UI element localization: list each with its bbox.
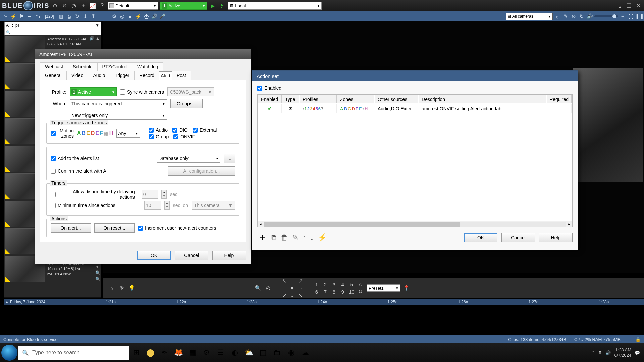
add-icon[interactable]: ＋ [79, 2, 87, 9]
explorer-icon[interactable]: 🗀 [270, 346, 284, 359]
col-other[interactable]: Other sources [375, 95, 418, 103]
ok-button[interactable]: OK [137, 251, 171, 260]
tab-schedule[interactable]: Schedule [68, 62, 97, 71]
add-alerts-checkbox[interactable]: Add to the alerts list [51, 156, 99, 161]
ptz-pad[interactable]: ↖↑↗ ←■→ ↙↓↘ [280, 277, 304, 299]
rec-icon[interactable]: ● [127, 14, 133, 19]
shield-icon[interactable]: ⛨ [218, 3, 226, 9]
duplicate-icon[interactable]: ⧉ [271, 233, 277, 242]
zoom-icon[interactable]: 🔍 [95, 277, 100, 281]
bolt-icon[interactable]: ⚡ [10, 13, 17, 19]
tab-post[interactable]: Post [172, 71, 191, 80]
help-button[interactable]: Help [539, 233, 573, 242]
target-icon[interactable]: ◎ [119, 13, 125, 19]
test-icon[interactable]: ⚡ [318, 233, 327, 242]
confirm-ai-checkbox[interactable]: Confirm the alert with AI [51, 168, 108, 174]
tab-general[interactable]: General [40, 71, 67, 80]
app3-icon[interactable]: ◫ [256, 346, 270, 359]
gear2-icon[interactable]: ⚙ [111, 13, 117, 19]
play-icon[interactable]: ▶ [209, 3, 216, 9]
notification-icon[interactable]: 💬 [635, 350, 640, 355]
when-mode-select[interactable]: New triggers only▼ [70, 111, 167, 120]
zone-mode-select[interactable]: Any▼ [116, 129, 140, 138]
sun-icon[interactable]: ☼ [554, 14, 561, 19]
add2-icon[interactable]: ＋ [619, 13, 626, 20]
stack-icon[interactable]: ≣ [26, 13, 33, 19]
horizontal-scrollbar[interactable]: ◂▸ [257, 221, 573, 227]
chevron-down-icon[interactable]: ▼ [95, 264, 100, 269]
enabled-checkbox[interactable]: Enabled [257, 85, 573, 91]
columns-icon[interactable]: ▥ [58, 13, 65, 19]
bulb-icon[interactable]: 💡 [128, 285, 136, 291]
app-icon[interactable]: ▦ [186, 346, 199, 359]
alerts-more-button[interactable]: ... [224, 154, 235, 163]
tab-trigger[interactable]: Trigger [110, 71, 135, 80]
ok-button[interactable]: OK [464, 233, 497, 242]
chevron-up-icon[interactable]: ˄ [592, 350, 594, 355]
on-alert-button[interactable]: On alert... [51, 223, 91, 233]
profile-active-select[interactable]: 1 Active▼ [160, 2, 207, 10]
timeline-ruler[interactable]: ▸ Friday, 7 June 2024 1:21a 1:22a 1:23a … [4, 299, 644, 305]
action-row[interactable]: ✔ ✉ ▪1234567 ABCDEF▪H Audio,DIO,Exter...… [258, 104, 572, 113]
edit-action-icon[interactable]: ✎ [292, 233, 298, 242]
cloud-icon[interactable]: ☁ [299, 346, 312, 359]
tab-video[interactable]: Video [66, 71, 89, 80]
restore-icon[interactable]: ❐ [625, 3, 633, 9]
col-zones[interactable]: Zones [337, 95, 374, 103]
sort-icon[interactable]: ⎙ [66, 14, 73, 19]
help-icon[interactable]: ? [98, 3, 106, 9]
col-required[interactable]: Required [547, 95, 572, 103]
weather-icon[interactable]: ⛅ [242, 346, 256, 359]
profile-default-select[interactable]: Default▼ [108, 2, 158, 10]
eclipse-icon[interactable]: ◐ [228, 346, 241, 359]
col-profiles[interactable]: Profiles [300, 95, 337, 103]
export-icon[interactable]: ⤓ [82, 13, 89, 19]
alerts-mode-select[interactable]: Database only▼ [157, 154, 220, 163]
on-reset-button[interactable]: On reset... [94, 223, 135, 233]
clip-search-input[interactable]: 🔍 [4, 29, 101, 35]
group-checkbox[interactable]: Group [149, 134, 169, 139]
move-up-icon[interactable]: ↑ [302, 233, 306, 242]
col-description[interactable]: Description [419, 95, 546, 103]
volume2-icon[interactable]: 🔊 [586, 13, 593, 19]
audio-checkbox[interactable]: Audio [149, 127, 168, 133]
windows-search-input[interactable]: 🔍 Type here to search [18, 346, 129, 360]
clip-filter-select[interactable]: All clips▼ [4, 22, 101, 29]
sun1-icon[interactable]: ☼ [108, 285, 115, 291]
volume-icon[interactable]: 🔊 [151, 13, 158, 19]
tab-webcast[interactable]: Webcast [40, 62, 68, 71]
taskview-icon[interactable]: ⊞ [129, 346, 143, 359]
groups-button[interactable]: Groups... [170, 99, 203, 108]
delete-icon[interactable]: 🗑 [281, 233, 288, 242]
pin-icon[interactable]: 📍 [402, 285, 410, 291]
cancel-button[interactable]: Cancel [175, 251, 208, 260]
preset-select[interactable]: Preset1▼ [367, 284, 400, 292]
blueiris-task-icon[interactable]: ◉ [284, 346, 298, 359]
start-button[interactable] [1, 345, 17, 361]
camera-icon[interactable]: ⎚ [61, 3, 68, 9]
firefox-icon[interactable]: 🦊 [172, 346, 185, 359]
camera-select[interactable]: ⊞ All cameras▼ [506, 13, 553, 20]
flag-icon[interactable]: ⚑ [18, 13, 25, 19]
fullscreen-icon[interactable]: ⛶ [627, 14, 634, 19]
live-video-tile[interactable] [573, 68, 643, 182]
disarm-checkbox[interactable]: Allow disarm time by delaying actions [51, 189, 135, 200]
sound-icon[interactable]: 🔊 [605, 350, 611, 355]
loop-icon[interactable]: ↻ [578, 13, 585, 19]
dio-checkbox[interactable]: DIO [172, 127, 188, 133]
volume-slider[interactable] [594, 15, 618, 17]
expand-icon[interactable]: ⇲ [2, 13, 9, 19]
col-enabled[interactable]: Enabled [258, 95, 282, 103]
close-icon[interactable]: ✕ [635, 3, 642, 9]
edit-icon[interactable]: ✎ [562, 13, 569, 19]
motion-zones-checkbox[interactable]: Motion zones [51, 128, 74, 139]
tab-record[interactable]: Record [134, 71, 159, 80]
monitor-icon[interactable]: 🖥 [598, 350, 602, 355]
profile-select[interactable]: 1 Active▼ [70, 87, 117, 96]
power-icon[interactable]: ⏻ [143, 14, 150, 19]
settings-icon[interactable]: ⚙ [51, 3, 59, 9]
focus-icon[interactable]: ◎ [264, 285, 272, 291]
graph-icon[interactable]: 📈 [89, 3, 96, 9]
refresh-icon[interactable]: ↻ [74, 13, 81, 19]
chrome-icon[interactable]: ⬤ [144, 346, 157, 359]
